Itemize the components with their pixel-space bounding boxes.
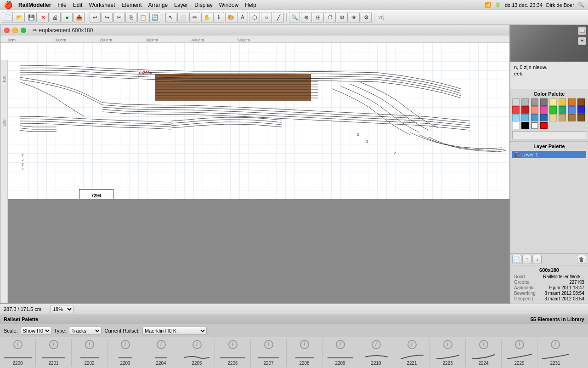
color-swatch-10[interactable]	[531, 106, 538, 114]
track-item-2207[interactable]: 2207	[251, 339, 287, 367]
close-button[interactable]: ✕	[38, 12, 49, 23]
select-tool[interactable]: ↖	[165, 12, 176, 23]
track-item-2224[interactable]: 2224	[466, 339, 502, 367]
zoom-thumbnail-button[interactable]: +	[578, 37, 586, 45]
color-swatch-14[interactable]	[568, 106, 576, 114]
menu-arrange[interactable]: Arrange	[148, 2, 168, 8]
color-swatch-11[interactable]	[540, 106, 548, 114]
color-swatch-4[interactable]	[549, 98, 557, 106]
track-item-2209[interactable]: 2209	[322, 339, 358, 367]
color-swatch-3[interactable]	[540, 98, 548, 106]
color-swatch-20[interactable]	[549, 114, 557, 121]
track-area[interactable]: rb209n	[8, 43, 509, 199]
color-swatch-22[interactable]	[568, 114, 576, 121]
color-swatch-2[interactable]	[531, 98, 538, 106]
save-button[interactable]: 💾	[26, 12, 37, 23]
minimize-window-button[interactable]	[12, 28, 18, 33]
hand-tool[interactable]: ✋	[201, 12, 212, 23]
menu-layer[interactable]: Layer	[174, 2, 188, 8]
color-swatch-1[interactable]	[521, 98, 529, 106]
view-button[interactable]: 👁	[349, 12, 360, 23]
move-layer-down[interactable]: ↓	[532, 255, 542, 264]
menu-worksheet[interactable]: Worksheet	[89, 2, 115, 8]
layers-button[interactable]: ⧉	[337, 12, 348, 23]
menu-element[interactable]: Element	[122, 2, 142, 8]
color-swatch-26[interactable]	[531, 122, 538, 129]
track-item-2201[interactable]: 2201	[36, 339, 72, 367]
canvas-content[interactable]: 100 200 rb209n	[0, 43, 509, 303]
track-item-2229[interactable]: 2229	[502, 339, 537, 367]
maximize-window-button[interactable]	[21, 28, 26, 33]
color-swatch-8[interactable]	[512, 106, 520, 114]
cut-button[interactable]: ✂	[113, 12, 124, 23]
color-swatch-16[interactable]	[512, 114, 520, 121]
refresh-button[interactable]: 🔄	[149, 12, 160, 23]
lower-area[interactable]	[8, 199, 509, 303]
grid-button[interactable]: ⊞	[313, 12, 324, 23]
menu-edit[interactable]: Edit	[73, 2, 83, 8]
type-select[interactable]: Tracks Turnouts Crossings	[69, 327, 102, 335]
info-tool[interactable]: ℹ	[213, 12, 224, 23]
layer-item-1[interactable]: 🚂 Layer 1	[512, 151, 586, 158]
color-swatch-24[interactable]	[512, 122, 520, 129]
delete-layer-button[interactable]: 🗑	[577, 255, 586, 264]
color-swatch-0[interactable]	[512, 98, 520, 106]
rect-select-tool[interactable]: ⬜	[177, 12, 188, 23]
shape-tool[interactable]: ⬡	[249, 12, 260, 23]
add-layer-button[interactable]: 📄	[512, 255, 521, 264]
color-swatch-18[interactable]	[531, 114, 538, 121]
track-item-2203[interactable]: 2203	[107, 339, 143, 367]
zoom-in-button[interactable]: ⊕	[301, 12, 312, 23]
track-item-2204[interactable]: 2204	[143, 339, 179, 367]
zoom-out-button[interactable]: 🔍	[289, 12, 300, 23]
search-icon[interactable]: 🔍	[578, 2, 584, 8]
color-swatch-5[interactable]	[559, 98, 566, 106]
zoom-select[interactable]: 18% 25% 50% 100%	[51, 305, 74, 313]
color-swatch-13[interactable]	[559, 106, 566, 114]
track-item-2221[interactable]: 2221	[394, 339, 430, 367]
track-item-2202[interactable]: 2202	[72, 339, 107, 367]
menu-help[interactable]: Help	[245, 2, 256, 8]
railset-select[interactable]: Maerklin H0 K Maerklin H0 M Fleischmann	[142, 327, 207, 335]
color-swatch-17[interactable]	[521, 114, 529, 121]
close-window-button[interactable]	[4, 28, 10, 33]
track-item-2208[interactable]: 2208	[287, 339, 322, 367]
color-tool[interactable]: 🎨	[225, 12, 236, 23]
color-swatch-9[interactable]	[521, 106, 529, 114]
track-item-2231[interactable]: 2231	[537, 339, 573, 367]
track-item-2200[interactable]: 2200	[0, 339, 36, 367]
color-swatch-21[interactable]	[559, 114, 566, 121]
color-swatch-15[interactable]	[577, 106, 585, 114]
scale-select[interactable]: Show H0 Show N Show Z	[21, 327, 51, 335]
color-swatch-23[interactable]	[577, 114, 585, 121]
color-swatch-7[interactable]	[577, 98, 585, 106]
track-item-2223[interactable]: 2223	[430, 339, 466, 367]
settings-button[interactable]: ⚙	[361, 12, 372, 23]
track-item-2210[interactable]: 2210	[358, 339, 394, 367]
reader-button[interactable]: 📖	[578, 27, 586, 35]
menu-file[interactable]: File	[57, 2, 66, 8]
clock-tool[interactable]: ⏱	[325, 12, 336, 23]
color-swatch-27[interactable]	[540, 122, 548, 129]
apple-menu[interactable]: 🍎	[4, 0, 13, 9]
color-swatch-12[interactable]	[549, 106, 557, 114]
text-tool[interactable]: A	[237, 12, 248, 23]
color-swatch-25[interactable]	[521, 122, 529, 129]
print-button[interactable]: 🖨	[50, 12, 61, 23]
color-swatch-19[interactable]	[540, 114, 548, 121]
open-button[interactable]: 📂	[14, 12, 25, 23]
new-button[interactable]: 📄	[2, 12, 13, 23]
color-input[interactable]	[512, 131, 586, 139]
export-button[interactable]: 📤	[74, 12, 85, 23]
move-layer-up[interactable]: ↑	[522, 255, 531, 264]
menu-display[interactable]: Display	[194, 2, 212, 8]
line-tool[interactable]: ╱	[273, 12, 284, 23]
track-item-2206[interactable]: 2206	[215, 339, 251, 367]
redo-button[interactable]: ↪	[102, 12, 113, 23]
paste-button[interactable]: 📋	[137, 12, 148, 23]
undo-button[interactable]: ↩	[90, 12, 101, 23]
track-item-2205[interactable]: Flex 30.0 cm 2205	[179, 339, 215, 367]
color-swatch-6[interactable]	[568, 98, 576, 106]
copy-button[interactable]: ⎘	[125, 12, 136, 23]
circle-tool[interactable]: ○	[261, 12, 272, 23]
